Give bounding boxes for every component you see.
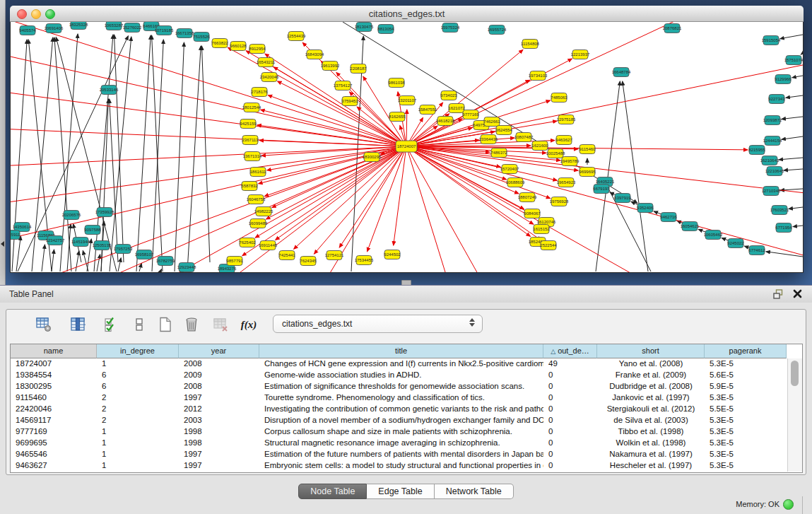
graph-node[interactable]: 17957253 — [114, 245, 133, 254]
graph-node[interactable]: 18012544 — [242, 103, 261, 112]
graph-node[interactable]: 12554439 — [287, 32, 306, 41]
graph-node[interactable]: 14618218 — [436, 117, 455, 126]
create-table-button[interactable] — [156, 315, 175, 334]
close-panel-icon[interactable] — [793, 289, 802, 298]
table-row[interactable]: 1456911722003Disruption of a novel membe… — [11, 415, 802, 426]
table-row[interactable]: 946362711997Embryonic stem cells: a mode… — [11, 460, 802, 472]
graph-node[interactable]: 12754121 — [325, 251, 344, 260]
scrollbar-thumb[interactable] — [791, 361, 799, 386]
table-vertical-scrollbar[interactable] — [787, 358, 802, 472]
table-settings-button[interactable] — [35, 315, 53, 334]
graph-node[interactable]: 19613992 — [321, 62, 340, 71]
table-row[interactable]: 977716911998Corpus callosum shape and si… — [11, 426, 802, 438]
network-window-titlebar[interactable]: citations_edges.txt — [10, 6, 804, 22]
graph-node[interactable]: 15751074 — [784, 56, 803, 65]
graph-node[interactable]: 16958107 — [135, 250, 154, 259]
graph-node[interactable]: 15847551 — [418, 105, 437, 115]
graph-node[interactable]: 10688609 — [506, 178, 525, 187]
column-header-short[interactable]: short — [597, 344, 705, 358]
column-header-year[interactable]: year — [179, 344, 259, 358]
graph-node[interactable]: 9352406 — [637, 204, 654, 213]
graph-node[interactable]: 1861611 — [250, 168, 267, 177]
graph-node[interactable]: 9777169 — [462, 110, 479, 119]
graph-node[interactable]: 12093872 — [763, 116, 782, 125]
graph-node[interactable]: 2718176 — [251, 88, 268, 97]
graph-node[interactable]: 9462716 — [660, 213, 677, 222]
graph-node[interactable]: 2522544 — [540, 241, 557, 250]
graph-node[interactable]: 19734103 — [529, 71, 548, 81]
graph-node[interactable]: 19756928 — [550, 197, 569, 206]
graph-node[interactable]: 6397919 — [614, 194, 631, 203]
graph-node[interactable]: 17603521 — [770, 206, 789, 215]
graph-node[interactable]: 9861038 — [388, 78, 405, 88]
table-row[interactable]: 946554611997Estimation of the future num… — [11, 449, 802, 460]
graph-node[interactable]: 18325328 — [69, 22, 88, 30]
graph-node[interactable]: 7625402 — [239, 238, 256, 247]
graph-node[interactable]: 7663822 — [211, 39, 228, 48]
graph-node[interactable]: 13671314 — [243, 152, 262, 161]
table-row[interactable]: 1872400712008Changes of HCN gene express… — [11, 358, 802, 370]
graph-node[interactable]: 9115460 — [579, 145, 596, 154]
graph-node[interactable]: 18300295 — [363, 153, 382, 162]
graph-node[interactable]: 6679197 — [593, 185, 610, 194]
graph-node[interactable]: 12210645 — [765, 167, 784, 176]
column-header-out_de[interactable]: △out_de… — [543, 344, 597, 358]
graph-node[interactable]: 3624554 — [495, 126, 512, 135]
graph-node[interactable]: 14982225 — [254, 207, 273, 216]
graph-node[interactable]: 8215955 — [748, 146, 765, 155]
graph-node[interactable]: 7462661 — [483, 117, 500, 127]
graph-node[interactable]: 18130475 — [355, 23, 374, 32]
graph-node[interactable]: 23420046 — [260, 73, 279, 82]
graph-node[interactable]: 16054621 — [681, 222, 700, 231]
graph-node[interactable]: 10025488 — [546, 149, 565, 158]
graph-node[interactable]: 13754127 — [334, 81, 353, 90]
graph-node[interactable]: 9245022 — [727, 239, 744, 248]
graph-node[interactable]: 10653287 — [105, 22, 124, 30]
collapse-left-arrow-icon[interactable] — [1, 241, 4, 247]
graph-node[interactable]: 12342757 — [46, 236, 65, 245]
graph-node[interactable]: 10605462 — [704, 230, 723, 240]
graph-node[interactable]: 18807249 — [518, 193, 537, 202]
graph-node[interactable]: 16671358 — [175, 29, 194, 38]
graph-node[interactable]: 1615152 — [533, 225, 550, 234]
citation-network-graph[interactable]: 9405574206914061832532810653287152760226… — [11, 22, 803, 272]
graph-node[interactable]: 20206576 — [62, 211, 81, 220]
column-header-name[interactable]: name — [11, 344, 97, 358]
float-panel-icon[interactable] — [773, 289, 784, 299]
graph-node[interactable]: 7624345 — [300, 257, 317, 266]
graph-node[interactable]: 6771954 — [775, 223, 792, 233]
graph-node[interactable]: 9097588 — [84, 226, 101, 235]
graph-node[interactable]: 19495789 — [560, 157, 579, 166]
graph-node[interactable]: 8912954 — [249, 45, 266, 54]
table-row[interactable]: 1830029562008Estimation of significance … — [11, 381, 802, 392]
graph-node[interactable]: 15276022 — [123, 23, 142, 33]
graph-node[interactable]: 9244502 — [384, 250, 401, 259]
graph-node[interactable]: 15915054 — [762, 36, 781, 45]
graph-node[interactable]: 9660128 — [230, 42, 247, 51]
graph-node[interactable]: 20876821 — [663, 24, 682, 33]
graph-node[interactable]: 12975185 — [557, 115, 576, 124]
graph-node[interactable]: 20533146 — [100, 86, 119, 95]
graph-node[interactable]: 2208187 — [350, 64, 367, 74]
graph-node[interactable]: 11154808 — [521, 40, 539, 49]
graph-node[interactable]: 9699695 — [579, 168, 596, 177]
table-select-dropdown[interactable]: citations_edges.txt — [273, 315, 483, 333]
graph-node[interactable]: 16911445 — [259, 241, 278, 250]
graph-node[interactable]: 16843094 — [305, 50, 324, 59]
graph-node[interactable]: 15720407 — [500, 165, 519, 174]
graph-node[interactable]: 5587832 — [241, 182, 258, 191]
graph-node[interactable]: 9129966 — [775, 75, 792, 84]
graph-node[interactable]: 23364436 — [479, 135, 498, 144]
graph-node[interactable]: 12505135 — [93, 241, 112, 250]
graph-node[interactable]: 16210643 — [760, 156, 779, 165]
graph-node[interactable]: 12710348 — [762, 187, 781, 196]
graph-node[interactable]: 13201107 — [398, 96, 417, 105]
graph-node[interactable]: 7486372 — [490, 148, 507, 158]
graph-node[interactable]: 17359928 — [95, 208, 114, 217]
column-header-pagerank[interactable]: pagerank — [705, 344, 787, 358]
column-header-title[interactable]: title — [259, 344, 543, 358]
graph-node[interactable]: 12213937 — [571, 50, 590, 59]
graph-node[interactable]: 9227343 — [768, 95, 785, 104]
network-canvas[interactable]: 9405574206914061832532810653287152760226… — [10, 22, 804, 273]
graph-node[interactable]: 16782759 — [156, 257, 175, 266]
